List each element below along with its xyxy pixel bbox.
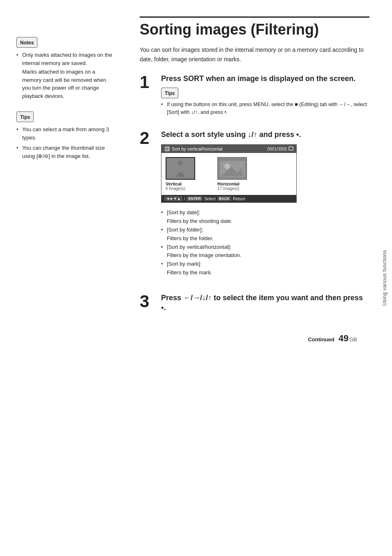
sort-screen-title: Sort by vertical/horizontal	[172, 146, 267, 151]
sort-item-vertical-thumb	[166, 157, 195, 180]
page-number: 49	[339, 333, 348, 344]
tips-label: Tips	[20, 114, 30, 120]
step-2-number: 2	[140, 130, 155, 147]
sort-option-mark-label: [Sort by mark]:	[167, 261, 202, 267]
page-title: Sorting images (Filtering)	[140, 16, 369, 38]
notes-item-1: Only marks attached to images on the int…	[16, 51, 115, 100]
tips-item-1: You can select a mark from among 3 types…	[16, 125, 115, 141]
sort-option-folder: [Sort by folder]: Filters by the folder.	[161, 226, 369, 243]
sort-option-date: [Sort by date]: Filters by the shooting …	[161, 208, 369, 226]
step-3-content: Press ←/→/↓/↑ to select the item you wan…	[161, 293, 369, 317]
sort-screen: Sort by vertical/horizontal 0001/3005	[161, 144, 297, 203]
sort-option-vh: [Sort by vertical/horizontal]: Filters b…	[161, 243, 369, 260]
side-label: Using various functions	[382, 250, 387, 306]
step-1-tips-item-1: If using the buttons on this unit, press…	[161, 101, 369, 116]
footer-select-label: Select	[204, 197, 216, 201]
side-label-container: Using various functions	[377, 0, 392, 556]
sort-option-date-desc: Filters by the shooting date.	[167, 218, 233, 224]
sort-item-horizontal-count: 17 Image(s)	[217, 186, 239, 191]
footer-nav-btn: ◄►▼▲	[164, 196, 182, 201]
svg-point-5	[224, 163, 230, 169]
sort-option-vh-desc: Filters by the image orientation.	[167, 252, 241, 258]
step-1-tips-label-box: Tips	[161, 88, 178, 98]
footer-back-btn: BACK	[217, 196, 231, 201]
continued-label: Continued	[308, 336, 334, 343]
step-2-text: Select a sort style using ↓/↑ and press …	[161, 130, 369, 139]
step-1-tips: Tips If using the buttons on this unit, …	[161, 88, 369, 116]
sort-screen-body: Vertical 6 Image(s)	[161, 153, 296, 195]
notes-label-box: Notes	[16, 37, 37, 48]
footer-return-label: Return	[233, 197, 245, 201]
sort-option-date-label: [Sort by date]:	[167, 209, 200, 215]
step-3: 3 Press ←/→/↓/↑ to select the item you w…	[140, 293, 369, 317]
step-1-content: Press SORT when an image is displayed on…	[161, 74, 369, 120]
sort-screen-header-icon	[164, 146, 172, 152]
step-3-number: 3	[140, 293, 155, 310]
sort-option-vh-label: [Sort by vertical/horizontal]:	[167, 244, 231, 250]
sort-option-folder-desc: Filters by the folder.	[167, 235, 213, 241]
notes-section: Notes Only marks attached to images on t…	[16, 37, 115, 100]
svg-rect-2	[289, 147, 293, 150]
notes-list: Only marks attached to images on the int…	[16, 51, 115, 100]
right-column: Sorting images (Filtering) You can sort …	[127, 0, 392, 556]
sort-option-folder-label: [Sort by folder]:	[167, 227, 203, 233]
sort-item-vertical: Vertical 6 Image(s)	[166, 157, 211, 191]
sort-options-list: [Sort by date]: Filters by the shooting …	[161, 208, 369, 277]
step-1-tips-item-text: If using the buttons on this unit, press…	[167, 102, 367, 115]
tips-label-box: Tips	[16, 111, 34, 122]
step-1-number: 1	[140, 74, 155, 91]
sort-option-mark: [Sort by mark]: Filters by the mark.	[161, 260, 369, 277]
footer-separator: /	[184, 197, 185, 201]
step-1-tips-list: If using the buttons on this unit, press…	[161, 101, 369, 116]
intro-text: You can sort for images stored in the in…	[140, 45, 369, 64]
step-1-text: Press SORT when an image is displayed on…	[161, 74, 369, 83]
svg-point-3	[178, 160, 183, 165]
sort-item-vertical-label: Vertical	[166, 181, 182, 186]
sort-item-horizontal: Horizontal 17 Image(s)	[217, 157, 263, 191]
left-column: Notes Only marks attached to images on t…	[0, 0, 127, 556]
tips-item-2: You can change the thumbnail size using …	[16, 144, 115, 160]
sort-item-horizontal-thumb	[217, 157, 247, 180]
tips-section: Tips You can select a mark from among 3 …	[16, 111, 115, 160]
tips-item-2-text: You can change the thumbnail size using …	[22, 145, 105, 159]
footer-enter-btn: ENTER	[187, 196, 203, 201]
tips-list: You can select a mark from among 3 types…	[16, 125, 115, 160]
step-1: 1 Press SORT when an image is displayed …	[140, 74, 369, 120]
sort-item-vertical-count: 6 Image(s)	[166, 186, 185, 191]
notes-item-1-sub: Marks attached to images on a memory car…	[22, 68, 115, 100]
notes-label: Notes	[20, 40, 34, 46]
notes-item-1-main: Only marks attached to images on the int…	[22, 52, 112, 66]
sort-option-mark-desc: Filters by the mark.	[167, 269, 212, 276]
step-3-text: Press ←/→/↓/↑ to select the item you wan…	[161, 293, 369, 313]
page-suffix: GB	[349, 336, 357, 343]
page-container: Notes Only marks attached to images on t…	[0, 0, 392, 556]
tips-item-1-text: You can select a mark from among 3 types…	[22, 126, 109, 141]
bottom-area: Continued 49 GB	[140, 333, 369, 344]
step-1-tips-label: Tips	[165, 90, 175, 96]
step-2: 2 Select a sort style using ↓/↑ and pres…	[140, 130, 369, 284]
sort-item-horizontal-label: Horizontal	[217, 181, 240, 186]
sort-screen-header: Sort by vertical/horizontal 0001/3005	[161, 145, 296, 153]
sort-screen-counter-icon	[288, 146, 293, 151]
sort-screen-footer: ◄►▼▲ / ENTER Select BACK Return	[161, 195, 296, 202]
sort-screen-counter: 0001/3005	[267, 147, 287, 151]
step-2-content: Select a sort style using ↓/↑ and press …	[161, 130, 369, 284]
